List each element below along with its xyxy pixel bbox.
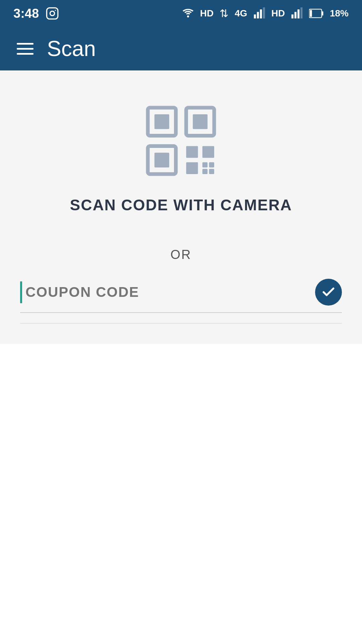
- status-time: 3:48: [13, 6, 39, 21]
- svg-rect-13: [322, 11, 323, 16]
- qr-code-icon: [144, 104, 218, 178]
- svg-rect-24: [202, 162, 207, 167]
- svg-rect-4: [254, 14, 256, 18]
- svg-rect-14: [310, 10, 312, 17]
- svg-rect-11: [300, 7, 302, 18]
- status-left: 3:48: [13, 6, 59, 21]
- hamburger-line-1: [17, 43, 34, 45]
- coupon-code-input[interactable]: [25, 281, 315, 304]
- main-content: SCAN CODE WITH CAMERA OR: [0, 70, 362, 344]
- svg-rect-21: [186, 146, 198, 158]
- svg-rect-27: [209, 169, 214, 174]
- signal-bars-2: [291, 7, 303, 19]
- svg-rect-10: [297, 9, 299, 18]
- hd-label-1: HD: [200, 8, 214, 19]
- coupon-code-section: [20, 279, 342, 313]
- svg-rect-8: [291, 14, 293, 18]
- svg-rect-23: [186, 162, 198, 174]
- network-type: 4G: [235, 8, 247, 19]
- hamburger-line-3: [17, 53, 34, 55]
- svg-point-2: [55, 10, 56, 11]
- svg-rect-20: [155, 153, 169, 167]
- svg-point-3: [187, 15, 189, 17]
- status-right: HD ⇅ 4G HD 18%: [182, 7, 349, 20]
- svg-rect-9: [294, 12, 296, 19]
- svg-rect-7: [263, 7, 265, 18]
- hotspot-icon: [182, 7, 194, 19]
- input-underline: [20, 312, 342, 313]
- svg-rect-22: [202, 146, 214, 158]
- page-title: Scan: [47, 36, 96, 61]
- app-header: Scan: [0, 27, 362, 70]
- section-divider: [20, 323, 342, 324]
- hd-label-2: HD: [272, 8, 285, 19]
- scan-code-label: SCAN CODE WITH CAMERA: [70, 196, 292, 214]
- hamburger-menu-button[interactable]: [17, 43, 34, 55]
- status-bar: 3:48 HD ⇅ 4G HD: [0, 0, 362, 27]
- instagram-icon: [46, 7, 59, 20]
- checkmark-icon: [321, 285, 336, 300]
- svg-rect-6: [260, 9, 262, 18]
- signal-bars-1: [253, 7, 265, 19]
- svg-rect-0: [47, 8, 58, 19]
- svg-rect-16: [155, 114, 169, 129]
- input-cursor: [20, 281, 22, 303]
- svg-rect-26: [202, 169, 207, 174]
- coupon-input-row: [20, 279, 342, 306]
- or-divider-text: OR: [171, 248, 192, 262]
- qr-code-icon-container: [144, 104, 218, 179]
- coupon-submit-button[interactable]: [315, 279, 342, 306]
- svg-rect-18: [193, 114, 207, 129]
- battery-percentage: 18%: [330, 8, 349, 19]
- network-arrow: ⇅: [220, 7, 229, 20]
- svg-rect-5: [257, 12, 259, 19]
- hamburger-line-2: [17, 48, 34, 50]
- svg-point-1: [50, 11, 54, 15]
- svg-rect-25: [209, 162, 214, 167]
- battery-icon: [309, 7, 324, 19]
- camera-scan-area[interactable]: SCAN CODE WITH CAMERA: [20, 97, 342, 248]
